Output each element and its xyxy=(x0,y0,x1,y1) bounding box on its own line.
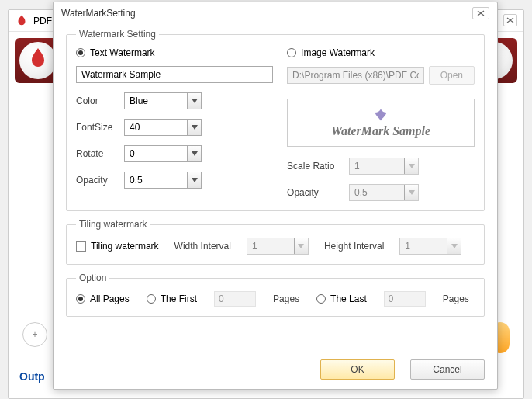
chevron-down-icon xyxy=(404,158,418,174)
watermark-setting-group: Watermark Setting Text Watermark Color xyxy=(66,29,485,211)
chevron-down-icon xyxy=(447,238,461,254)
rotate-combo[interactable] xyxy=(124,145,202,162)
height-interval-value xyxy=(400,238,447,254)
dialog-titlebar: WaterMarkSetting xyxy=(54,2,497,24)
image-watermark-label: Image Watermark xyxy=(301,47,375,58)
flame-icon xyxy=(19,42,57,79)
text-watermark-label: Text Watermark xyxy=(90,47,155,58)
plus-icon: + xyxy=(32,329,37,340)
image-opacity-label: Opacity xyxy=(287,187,343,198)
chevron-down-icon[interactable] xyxy=(187,93,201,109)
chevron-down-icon[interactable] xyxy=(187,146,201,161)
add-button[interactable]: + xyxy=(22,322,47,347)
image-path-input xyxy=(287,67,424,84)
parent-close-button[interactable] xyxy=(503,14,517,26)
first-pages-value: 0 xyxy=(214,291,256,307)
tiling-group: Tiling watermark Tiling watermark Width … xyxy=(66,219,485,265)
toolbar-button-left xyxy=(19,42,57,79)
last-pages-label: The Last xyxy=(330,293,367,304)
bat-icon xyxy=(367,107,395,123)
chevron-down-icon xyxy=(294,238,308,254)
pages-suffix: Pages xyxy=(273,293,299,304)
watermark-text-input[interactable] xyxy=(76,66,273,83)
watermark-setting-legend: Watermark Setting xyxy=(76,29,159,40)
first-pages-radio[interactable]: The First xyxy=(147,293,197,304)
image-opacity-combo xyxy=(349,184,419,201)
tiling-legend: Tiling watermark xyxy=(76,219,150,230)
rotate-value[interactable] xyxy=(125,146,187,161)
image-opacity-value xyxy=(350,185,404,200)
all-pages-radio[interactable]: All Pages xyxy=(76,293,130,304)
fontsize-combo[interactable] xyxy=(124,119,202,136)
width-interval-value xyxy=(247,238,294,254)
dialog-title: WaterMarkSetting xyxy=(61,8,136,19)
fontsize-value[interactable] xyxy=(125,120,187,135)
radio-icon xyxy=(316,294,326,304)
chevron-down-icon xyxy=(404,185,418,200)
width-interval-label: Width Interval xyxy=(174,241,231,252)
dialog-footer: OK Cancel xyxy=(54,356,497,389)
opacity-label: Opacity xyxy=(76,175,118,186)
preview-text: WaterMark Sample xyxy=(331,124,430,138)
app-icon xyxy=(15,14,29,28)
all-pages-label: All Pages xyxy=(90,293,130,304)
height-interval-combo xyxy=(399,238,461,255)
chevron-down-icon[interactable] xyxy=(187,120,201,135)
radio-icon xyxy=(147,294,156,304)
color-value[interactable] xyxy=(125,93,187,109)
tiling-checkbox-label: Tiling watermark xyxy=(91,241,159,252)
checkbox-icon xyxy=(76,241,86,252)
image-watermark-radio[interactable]: Image Watermark xyxy=(287,47,375,58)
color-combo[interactable] xyxy=(124,92,202,109)
scale-ratio-combo xyxy=(349,158,419,175)
radio-icon xyxy=(76,294,85,304)
last-pages-value: 0 xyxy=(384,291,426,307)
dialog-close-button[interactable] xyxy=(472,7,489,19)
chevron-down-icon[interactable] xyxy=(187,172,201,188)
opacity-combo[interactable] xyxy=(124,172,202,189)
open-button: Open xyxy=(429,66,475,85)
dialog-body: Watermark Setting Text Watermark Color xyxy=(54,24,497,356)
tiling-checkbox[interactable]: Tiling watermark xyxy=(76,241,159,252)
fontsize-label: FontSize xyxy=(76,122,118,133)
cancel-button[interactable]: Cancel xyxy=(410,359,485,380)
last-pages-radio[interactable]: The Last xyxy=(316,293,367,304)
pages-suffix: Pages xyxy=(443,293,469,304)
color-label: Color xyxy=(76,95,118,106)
radio-icon xyxy=(76,48,85,57)
width-interval-combo xyxy=(247,238,309,255)
radio-icon xyxy=(287,48,296,57)
scale-ratio-value xyxy=(350,158,404,174)
image-preview: WaterMark Sample xyxy=(287,99,475,147)
option-group: Option All Pages The First 0 Pages The L… xyxy=(66,272,485,317)
rotate-label: Rotate xyxy=(76,148,118,159)
watermark-setting-dialog: WaterMarkSetting Watermark Setting Text … xyxy=(53,2,498,390)
output-label-fragment: Outp xyxy=(19,370,45,383)
option-legend: Option xyxy=(76,272,109,283)
opacity-value[interactable] xyxy=(125,172,187,188)
height-interval-label: Height Interval xyxy=(324,241,384,252)
text-watermark-radio[interactable]: Text Watermark xyxy=(76,47,155,58)
ok-button[interactable]: OK xyxy=(320,359,395,380)
close-icon xyxy=(506,17,514,23)
close-icon xyxy=(477,10,485,16)
first-pages-label: The First xyxy=(161,293,197,304)
scale-ratio-label: Scale Ratio xyxy=(287,161,343,172)
